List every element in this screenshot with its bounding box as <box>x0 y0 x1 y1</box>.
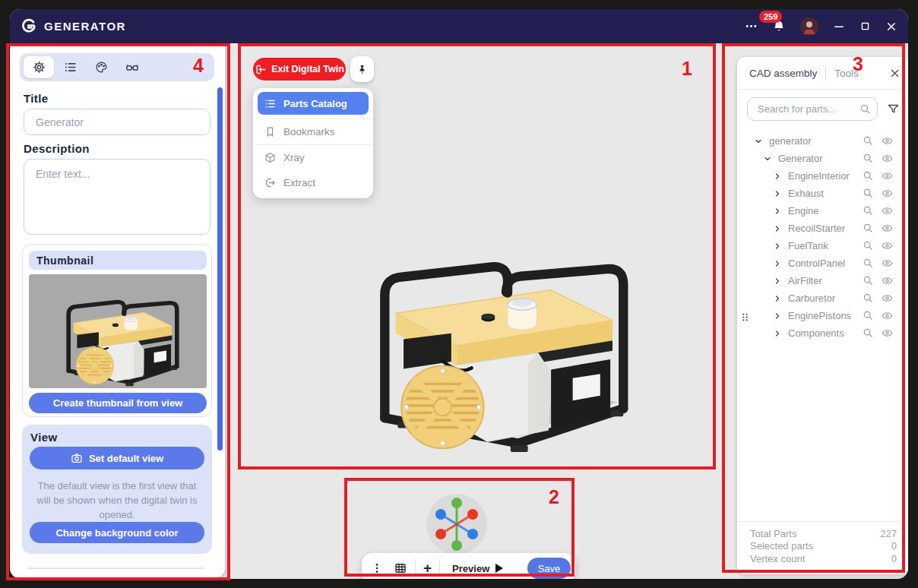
zoom-to-part-button[interactable] <box>863 170 873 181</box>
add-button[interactable]: + <box>423 560 432 577</box>
change-background-button[interactable]: Change background color <box>30 522 204 543</box>
tree-row[interactable]: Generator <box>737 150 908 167</box>
menu-item-label: Xray <box>283 152 305 163</box>
visibility-toggle[interactable] <box>882 258 893 269</box>
visibility-toggle[interactable] <box>882 292 893 304</box>
tree-row[interactable]: Engine <box>737 202 908 220</box>
grid-button[interactable] <box>394 561 407 575</box>
visibility-toggle[interactable] <box>882 240 893 251</box>
visibility-toggle[interactable] <box>882 223 893 234</box>
close-button[interactable] <box>885 21 897 33</box>
filter-button[interactable] <box>887 103 900 115</box>
tree-row[interactable]: FuelTank <box>737 237 908 254</box>
parts-search-input[interactable] <box>747 97 878 121</box>
minimize-button[interactable] <box>833 21 845 33</box>
chevron-right-icon[interactable] <box>773 242 782 251</box>
panel-tab-bar <box>20 53 214 81</box>
overflow-dots-icon[interactable] <box>745 20 758 33</box>
zoom-to-part-button[interactable] <box>863 223 873 233</box>
notification-bell[interactable]: 259 <box>772 19 786 33</box>
chevron-right-icon[interactable] <box>773 294 782 303</box>
chevron-down-icon[interactable] <box>754 137 763 146</box>
chevron-right-icon[interactable] <box>773 311 782 321</box>
visibility-toggle[interactable] <box>882 205 893 217</box>
properties-panel: Title Description Thumbnail Create thumb… <box>10 43 225 577</box>
visibility-toggle[interactable] <box>882 188 893 199</box>
visibility-toggle[interactable] <box>882 310 893 321</box>
close-panel-button[interactable] <box>889 68 901 79</box>
set-default-view-button[interactable]: Set default view <box>30 447 204 469</box>
panel-drag-handle[interactable] <box>740 311 750 324</box>
zoom-to-part-button[interactable] <box>863 310 873 321</box>
create-thumbnail-button[interactable]: Create thumbnail from view <box>29 393 207 413</box>
scrollbar-thumb[interactable] <box>217 87 223 450</box>
maximize-button[interactable] <box>859 21 871 32</box>
view-hint: The default view is the first view that … <box>31 479 203 523</box>
user-avatar[interactable] <box>800 17 818 36</box>
zoom-to-part-button[interactable] <box>863 258 873 268</box>
zoom-to-part-button[interactable] <box>863 292 873 303</box>
zoom-to-part-button[interactable] <box>863 240 873 251</box>
menu-item-bookmarks[interactable]: Bookmarks <box>253 119 373 144</box>
zoom-to-part-button[interactable] <box>863 275 873 286</box>
parts-panel: CAD assembly Tools generator <box>737 57 908 574</box>
generator-model[interactable] <box>329 198 657 465</box>
stat-value: 0 <box>891 540 897 553</box>
visibility-toggle[interactable] <box>882 170 893 182</box>
preview-button[interactable]: Preview <box>452 563 503 574</box>
toolbar-divider <box>415 558 416 578</box>
tree-row[interactable]: EnginePistons <box>737 307 908 324</box>
preview-label: Preview <box>452 563 489 574</box>
chevron-right-icon[interactable] <box>773 277 782 286</box>
visibility-toggle[interactable] <box>882 153 893 164</box>
chevron-right-icon[interactable] <box>773 189 782 198</box>
visibility-toggle[interactable] <box>882 327 893 339</box>
zoom-to-part-button[interactable] <box>863 205 873 216</box>
tree-row[interactable]: ControlPanel <box>737 254 908 272</box>
description-label: Description <box>24 142 90 155</box>
tree-row[interactable]: EngineInterior <box>737 167 908 185</box>
chevron-right-icon[interactable] <box>773 207 782 216</box>
menu-item-xray[interactable]: Xray <box>253 145 373 170</box>
tree-row[interactable]: Exhaust <box>737 185 908 202</box>
description-textarea[interactable] <box>24 159 211 235</box>
exit-digital-twin-button[interactable]: Exit Digital Twin <box>253 58 346 81</box>
pin-menu-button[interactable] <box>350 56 374 82</box>
tree-row[interactable]: AirFilter <box>737 272 908 289</box>
tab-parts-list[interactable] <box>55 56 85 78</box>
chevron-right-icon[interactable] <box>773 172 782 181</box>
menu-item-extract[interactable]: Extract <box>253 170 373 195</box>
save-button[interactable]: Save <box>527 558 571 579</box>
visibility-toggle[interactable] <box>882 275 893 286</box>
zoom-to-part-button[interactable] <box>863 135 873 146</box>
parts-stats: Total Parts227 Selected parts0 Vertex co… <box>737 521 908 575</box>
tab-appearance[interactable] <box>86 56 116 78</box>
orientation-gizmo[interactable] <box>426 494 487 555</box>
tree-row[interactable]: Carburetor <box>737 289 908 307</box>
zoom-to-part-button[interactable] <box>863 188 873 198</box>
tab-tools[interactable]: Tools <box>834 68 859 79</box>
tab-cad-assembly[interactable]: CAD assembly <box>749 68 817 79</box>
search-icon <box>859 103 871 115</box>
title-input[interactable] <box>24 109 211 135</box>
chevron-right-icon[interactable] <box>773 224 782 233</box>
zoom-to-part-button[interactable] <box>863 327 873 338</box>
tab-settings[interactable] <box>24 56 54 78</box>
chevron-down-icon[interactable] <box>763 154 772 163</box>
tree-row[interactable]: generator <box>737 132 908 150</box>
tab-viewer[interactable] <box>117 56 147 78</box>
tree-row-label: EnginePistons <box>788 310 851 321</box>
tree-row[interactable]: RecoilStarter <box>737 220 908 237</box>
bookmark-icon <box>264 126 276 138</box>
tree-row[interactable]: Components <box>737 324 908 342</box>
menu-item-parts-catalog[interactable]: Parts Catalog <box>258 92 369 115</box>
panel-divider <box>27 567 204 569</box>
stat-value: 0 <box>891 553 897 566</box>
view-card: View Set default view The default view i… <box>22 425 212 554</box>
chevron-right-icon[interactable] <box>773 259 782 268</box>
exit-icon <box>255 64 266 75</box>
visibility-toggle[interactable] <box>882 135 893 147</box>
kebab-menu-button[interactable] <box>371 562 383 574</box>
chevron-right-icon[interactable] <box>773 329 782 338</box>
zoom-to-part-button[interactable] <box>863 153 873 163</box>
